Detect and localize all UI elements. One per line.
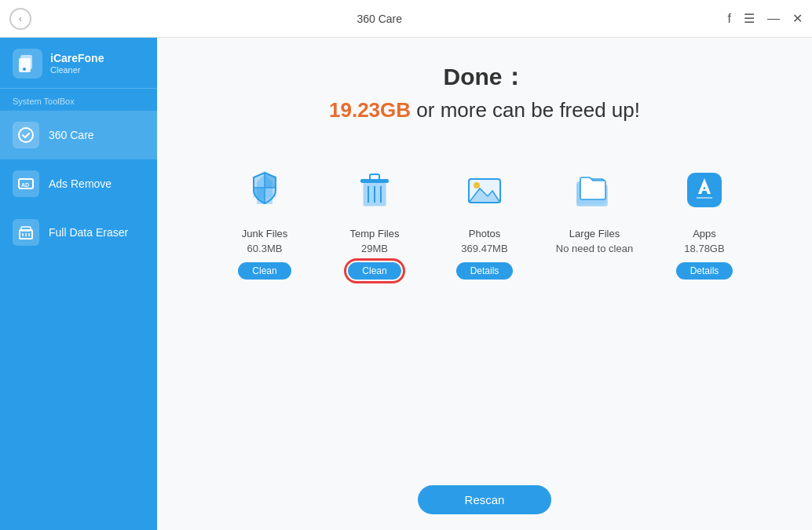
menu-button[interactable]: ☰ — [744, 11, 755, 26]
freed-suffix: or more can be freed up! — [411, 98, 640, 122]
sidebar-item-label-ads: Ads Remove — [49, 177, 112, 190]
apps-details-button[interactable]: Details — [676, 262, 733, 280]
svg-point-2 — [23, 68, 26, 71]
junk-files-name: Junk Files — [242, 228, 288, 239]
sidebar-item-ads-remove[interactable]: AD Ads Remove — [0, 159, 157, 208]
logo-text: iCareFone Cleaner — [50, 52, 104, 75]
facebook-button[interactable]: f — [728, 12, 731, 26]
back-button[interactable]: ‹ — [9, 8, 31, 30]
sidebar-item-label-360care: 360 Care — [49, 129, 94, 141]
junk-files-icon — [236, 162, 293, 218]
sidebar-eraser-icon — [13, 219, 39, 246]
photos-size: 369.47MB — [461, 243, 507, 254]
sidebar-360care-icon — [13, 122, 39, 148]
svg-rect-7 — [21, 227, 31, 231]
temp-files-icon — [346, 162, 403, 218]
temp-files-size: 29MB — [361, 243, 388, 254]
card-large-files: Large Files No need to clean — [551, 162, 638, 262]
card-apps: Apps 18.78GB Details — [661, 162, 748, 280]
svg-rect-1 — [20, 55, 32, 69]
sidebar-adsremove-icon: AD — [13, 170, 39, 197]
large-files-icon — [566, 162, 623, 218]
rescan-section: Rescan — [173, 454, 796, 514]
close-button[interactable]: ✕ — [792, 11, 803, 26]
logo-sub: Cleaner — [50, 65, 104, 75]
sidebar: iCareFone Cleaner System ToolBox 360 Car… — [0, 38, 157, 530]
photos-icon — [456, 162, 513, 218]
back-icon: ‹ — [19, 13, 22, 24]
svg-point-20 — [474, 182, 480, 188]
card-junk-files: Junk Files 60.3MB Clean — [221, 162, 308, 280]
junk-files-size: 60.3MB — [247, 243, 283, 254]
sidebar-logo: iCareFone Cleaner — [0, 38, 157, 89]
main-content: Done： 19.23GB or more can be freed up! — [157, 38, 812, 530]
apps-name: Apps — [693, 228, 716, 239]
cards-grid: Junk Files 60.3MB Clean — [221, 162, 748, 280]
apps-size: 18.78GB — [684, 243, 724, 254]
sidebar-item-label-eraser: Full Data Eraser — [49, 226, 128, 239]
title-bar-controls: f ☰ — ✕ — [728, 11, 803, 26]
freed-line: 19.23GB or more can be freed up! — [329, 98, 640, 122]
junk-files-clean-button[interactable]: Clean — [238, 262, 291, 280]
apps-icon — [676, 162, 733, 218]
sidebar-section-label: System ToolBox — [0, 89, 157, 111]
logo-icon — [13, 49, 42, 79]
done-title-text: Done： — [444, 64, 526, 90]
done-title: Done： — [444, 61, 526, 93]
logo-name: iCareFone — [50, 52, 104, 65]
title-bar: ‹ 360 Care f ☰ — ✕ — [0, 0, 812, 38]
app-body: iCareFone Cleaner System ToolBox 360 Car… — [0, 38, 812, 530]
card-photos: Photos 369.47MB Details — [441, 162, 528, 280]
title-bar-left: ‹ — [9, 8, 31, 30]
rescan-button[interactable]: Rescan — [418, 485, 552, 514]
svg-point-3 — [19, 128, 33, 142]
svg-text:AD: AD — [21, 182, 29, 188]
title-bar-title: 360 Care — [357, 13, 402, 25]
photos-details-button[interactable]: Details — [456, 262, 514, 280]
svg-rect-15 — [360, 179, 389, 183]
sidebar-item-360-care[interactable]: 360 Care — [0, 111, 157, 159]
photos-name: Photos — [469, 228, 500, 239]
minimize-button[interactable]: — — [767, 12, 780, 26]
freed-amount: 19.23GB — [329, 98, 411, 122]
temp-files-clean-button[interactable]: Clean — [348, 262, 401, 280]
large-files-size: No need to clean — [556, 243, 633, 254]
temp-files-name: Temp Files — [350, 228, 400, 239]
card-temp-files: Temp Files 29MB Clean — [331, 162, 418, 280]
sidebar-item-full-data-eraser[interactable]: Full Data Eraser — [0, 208, 157, 257]
large-files-name: Large Files — [569, 228, 620, 239]
